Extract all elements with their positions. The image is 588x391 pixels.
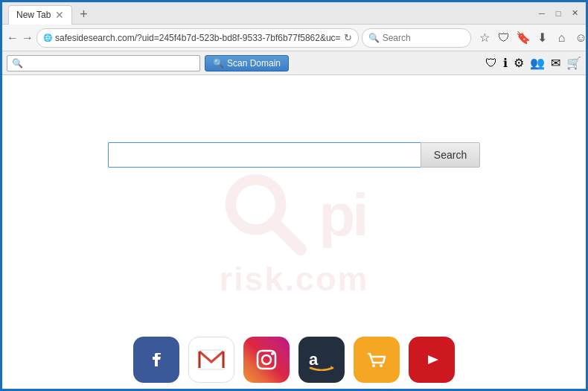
refresh-button[interactable]: ↻ — [344, 32, 352, 43]
address-bar: ← → 🌐 safesidesearch.com/?uid=245f4b7d-5… — [2, 25, 586, 51]
youtube-icon[interactable] — [409, 337, 455, 383]
account-icon[interactable]: ☺ — [574, 31, 588, 45]
plugin-search-icon: 🔍 — [12, 58, 23, 69]
download-icon[interactable]: ⬇ — [535, 31, 550, 45]
plugin-bar: 🔍 🔍 Scan Domain 🛡 ℹ ⚙ 👥 ✉ 🛒 — [2, 51, 586, 75]
plugin-right-icons: 🛡 ℹ ⚙ 👥 ✉ 🛒 — [485, 56, 581, 70]
gmail-icon[interactable] — [188, 337, 234, 383]
svg-point-9 — [380, 364, 383, 367]
watermark-content: pi risk.com — [219, 171, 368, 299]
forward-button[interactable]: → — [22, 29, 33, 47]
shield-icon[interactable]: 🛡 — [496, 31, 511, 45]
new-tab-button[interactable]: + — [75, 7, 92, 23]
watermark-logo: pi — [222, 171, 365, 260]
main-search-input[interactable] — [108, 142, 421, 168]
plugin-search-wrap: 🔍 — [7, 55, 200, 71]
close-window-button[interactable]: ✕ — [569, 8, 580, 19]
browser-search-input[interactable] — [383, 33, 464, 43]
bookmark-icon[interactable]: 🔖 — [516, 31, 531, 45]
address-input-wrap[interactable]: 🌐 safesidesearch.com/?uid=245f4b7d-523b-… — [36, 28, 359, 48]
svg-point-8 — [372, 364, 375, 367]
plugin-search-input[interactable] — [26, 58, 190, 69]
svg-text:a: a — [309, 350, 319, 369]
url-display: safesidesearch.com/?uid=245f4b7d-523b-bd… — [55, 33, 341, 43]
browser-tab[interactable]: New Tab ✕ — [8, 5, 72, 25]
back-button[interactable]: ← — [7, 29, 19, 47]
tab-label: New Tab — [16, 10, 51, 20]
shopping-icon[interactable] — [354, 337, 400, 383]
browser-search-wrap: 🔍 — [362, 28, 471, 48]
svg-rect-7 — [364, 348, 389, 372]
plugin-info-icon[interactable]: ℹ — [503, 56, 508, 70]
star-icon[interactable]: ☆ — [477, 31, 492, 45]
svg-point-5 — [271, 352, 274, 355]
title-bar: New Tab ✕ + ─ □ ✕ — [2, 2, 586, 25]
plugin-gear-icon[interactable]: ⚙ — [514, 56, 524, 70]
scan-domain-button[interactable]: 🔍 Scan Domain — [205, 55, 289, 71]
plugin-people-icon[interactable]: 👥 — [530, 56, 545, 70]
scan-domain-label: Scan Domain — [227, 58, 281, 69]
tab-close-button[interactable]: ✕ — [55, 10, 64, 20]
security-icon: 🌐 — [43, 34, 52, 42]
plugin-cart-icon[interactable]: 🛒 — [566, 56, 581, 70]
watermark-sub-text: risk.com — [219, 260, 368, 299]
svg-point-0 — [231, 179, 281, 229]
main-search-button-label: Search — [434, 149, 467, 161]
main-content: pi risk.com Search — [2, 75, 586, 391]
toolbar-icons: ☆ 🛡 🔖 ⬇ ⌂ ☺ ≡ — [477, 31, 588, 45]
window-controls: ─ □ ✕ — [537, 8, 580, 19]
social-bar: a — [2, 326, 586, 391]
facebook-icon[interactable] — [133, 337, 179, 383]
plugin-mail-icon[interactable]: ✉ — [551, 56, 560, 70]
scan-domain-icon: 🔍 — [213, 58, 224, 69]
watermark-p-text: pi — [319, 181, 365, 249]
minimize-button[interactable]: ─ — [537, 8, 547, 19]
maximize-button[interactable]: □ — [553, 8, 563, 19]
search-area: Search — [108, 142, 480, 168]
amazon-icon[interactable]: a — [298, 337, 345, 383]
plugin-shield-icon[interactable]: 🛡 — [485, 57, 497, 70]
search-icon: 🔍 — [368, 33, 380, 43]
watermark-magnifier-icon — [222, 171, 311, 260]
instagram-icon[interactable] — [243, 337, 290, 383]
main-search-button[interactable]: Search — [421, 142, 480, 168]
home-icon[interactable]: ⌂ — [555, 31, 569, 45]
svg-line-1 — [274, 222, 301, 249]
svg-point-4 — [262, 355, 271, 364]
